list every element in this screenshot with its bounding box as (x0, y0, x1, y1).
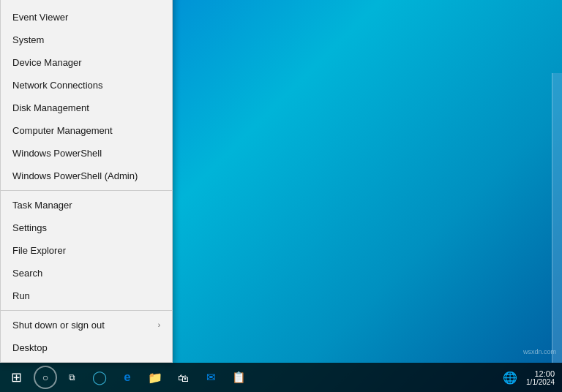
menu-item-label-system: System (12, 34, 160, 45)
search-circle[interactable]: ○ (34, 366, 57, 389)
store-button[interactable]: 🛍 (170, 364, 196, 391)
context-menu: Apps and FeaturesMobility CenterPower Op… (0, 0, 173, 363)
menu-item-label-search: Search (12, 268, 160, 279)
search-icon: ○ (42, 372, 48, 383)
watermark: wsxdn.com (523, 348, 556, 355)
menu-item-label-windows-powershell-admin: Windows PowerShell (Admin) (12, 170, 160, 181)
menu-item-event-viewer[interactable]: Event Viewer (1, 6, 172, 29)
mail-icon: ✉ (206, 371, 216, 384)
menu-item-label-run: Run (12, 290, 160, 301)
menu-item-settings[interactable]: Settings (1, 216, 172, 239)
menu-divider (1, 190, 172, 191)
menu-item-label-network-connections: Network Connections (12, 80, 160, 91)
cortana-icon: ◯ (92, 369, 107, 385)
menu-item-disk-management[interactable]: Disk Management (1, 97, 172, 119)
menu-item-windows-powershell[interactable]: Windows PowerShell (1, 142, 172, 165)
time: 12:00 (526, 369, 555, 378)
mail-button[interactable]: ✉ (198, 364, 224, 391)
edge-icon: e (124, 370, 130, 385)
menu-item-search[interactable]: Search (1, 262, 172, 284)
date: 1/1/2024 (526, 378, 555, 386)
menu-item-label-file-explorer: File Explorer (12, 245, 160, 256)
notification-panel (552, 73, 562, 363)
start-icon: ⊞ (11, 369, 22, 385)
start-button[interactable]: ⊞ (3, 364, 29, 391)
task-view-icon: ⧉ (69, 372, 75, 382)
menu-item-label-desktop: Desktop (12, 342, 160, 353)
menu-item-power-options[interactable]: Power Options (1, 0, 172, 6)
menu-item-label-device-manager: Device Manager (12, 57, 160, 68)
taskbar-right: 🌐 12:00 1/1/2024 (497, 364, 559, 391)
menu-divider (1, 310, 172, 311)
menu-item-label-windows-powershell: Windows PowerShell (12, 148, 160, 159)
file-explorer-button[interactable]: 📁 (142, 364, 168, 391)
menu-item-shut-down-sign-out[interactable]: Shut down or sign out› (1, 314, 172, 336)
sticky-notes-icon: 📋 (232, 371, 246, 384)
menu-item-label-task-manager: Task Manager (12, 200, 160, 211)
cortana-button[interactable]: ◯ (86, 364, 113, 391)
menu-item-desktop[interactable]: Desktop (1, 336, 172, 359)
task-view-button[interactable]: ⧉ (59, 364, 85, 391)
store-icon: 🛍 (178, 372, 189, 384)
menu-item-system[interactable]: System (1, 29, 172, 51)
menu-item-run[interactable]: Run (1, 284, 172, 307)
menu-item-label-settings: Settings (12, 222, 160, 233)
menu-item-label-event-viewer: Event Viewer (12, 12, 160, 23)
file-explorer-icon: 📁 (148, 371, 162, 385)
menu-item-windows-powershell-admin[interactable]: Windows PowerShell (Admin) (1, 165, 172, 187)
menu-item-file-explorer[interactable]: File Explorer (1, 239, 172, 262)
menu-item-task-manager[interactable]: Task Manager (1, 194, 172, 216)
clock: 12:00 1/1/2024 (526, 369, 559, 386)
menu-item-network-connections[interactable]: Network Connections (1, 74, 172, 97)
menu-item-label-computer-management: Computer Management (12, 125, 160, 136)
edge-button[interactable]: e (114, 364, 140, 391)
chrome-button[interactable]: 🌐 (497, 364, 523, 391)
chrome-icon: 🌐 (503, 371, 517, 385)
sticky-notes-button[interactable]: 📋 (225, 364, 252, 391)
menu-item-label-disk-management: Disk Management (12, 102, 160, 113)
menu-item-device-manager[interactable]: Device Manager (1, 51, 172, 74)
menu-item-label-shut-down-sign-out: Shut down or sign out (12, 320, 158, 331)
taskbar: ⊞ ○ ⧉ ◯ e 📁 🛍 ✉ 📋 🌐 12:00 1/1/2024 (0, 363, 562, 392)
submenu-arrow-icon: › (158, 321, 160, 329)
menu-item-computer-management[interactable]: Computer Management (1, 119, 172, 142)
